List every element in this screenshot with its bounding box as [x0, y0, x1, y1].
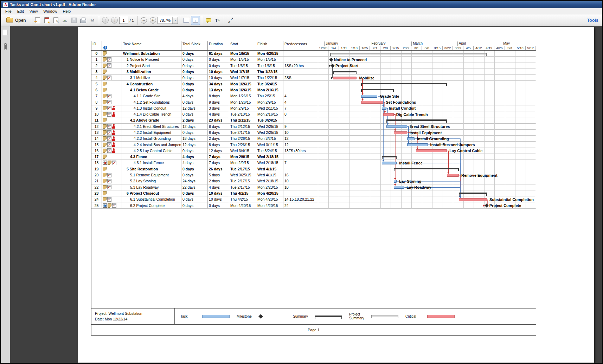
- gantt-bar-label: Notice to Proceed: [334, 57, 367, 62]
- cell-pred: 9: [283, 124, 318, 129]
- menu-window[interactable]: Window: [40, 9, 60, 14]
- cell-indicators: [102, 196, 122, 202]
- cell-duration: 0 days: [208, 202, 229, 208]
- cell-start: Thu 2/12/15: [229, 124, 256, 129]
- cell-indicators: [102, 93, 122, 99]
- gantt-bar-critical: [459, 198, 487, 201]
- cell-slack: 0 days: [181, 57, 208, 62]
- note-icon: [103, 57, 107, 61]
- comment-button[interactable]: [204, 16, 213, 25]
- attachments-paperclip-icon[interactable]: [4, 43, 7, 50]
- overallocated-resource-icon: [112, 130, 115, 135]
- note-icon: [103, 70, 107, 74]
- table-blue-icon: [103, 203, 107, 208]
- task-calendar-icon: [112, 161, 116, 165]
- create-pdf-button[interactable]: ★: [42, 16, 51, 25]
- week-tick-label: 5/10: [515, 46, 525, 50]
- cell-start: Wed 3/25/15: [229, 172, 256, 178]
- cell-slack: 0 days: [181, 202, 208, 208]
- sign-document-button[interactable]: ✎: [51, 16, 60, 25]
- legend-label: Summary: [293, 314, 315, 318]
- cell-task-name: 4.2.1 Erect Steel Structures: [122, 124, 181, 129]
- cell-slack: 4 days: [181, 160, 208, 165]
- cell-id: 12: [91, 124, 102, 129]
- cloud-upload-button[interactable]: [60, 16, 70, 25]
- gantt-bar-label: Install Grounding: [417, 136, 449, 141]
- column-header-indicators: i: [102, 41, 122, 50]
- menu-view[interactable]: View: [27, 9, 41, 14]
- cell-id: 3: [91, 69, 102, 74]
- page-number-input[interactable]: [119, 17, 128, 24]
- zoom-in-button[interactable]: +: [148, 16, 158, 25]
- fit-width-button[interactable]: ↔: [182, 16, 191, 25]
- week-tick-label: 3/29: [453, 46, 463, 50]
- print-icon: [80, 19, 86, 23]
- cloud-upload-icon: [62, 18, 69, 23]
- cell-slack: 0 days: [181, 111, 208, 117]
- next-page-button[interactable]: ↓: [110, 16, 119, 25]
- fullscreen-button[interactable]: ↗↙: [226, 16, 235, 25]
- plus-icon: +: [150, 17, 156, 24]
- cell-finish: Tue 3/24/15: [256, 117, 283, 123]
- toolbar-separator: [99, 16, 99, 25]
- print-button[interactable]: [79, 16, 88, 25]
- gantt-bar-critical: [394, 131, 407, 134]
- legend-item-project_summary: Project Summary: [349, 312, 398, 320]
- cell-pred: 7: [283, 105, 318, 111]
- cell-finish: Mon 2/16/15: [256, 87, 283, 93]
- cell-pred: 10: [283, 184, 318, 190]
- zoom-out-button[interactable]: −: [139, 16, 148, 25]
- previous-page-button[interactable]: ↑: [101, 16, 110, 25]
- cell-duration: 6 days: [208, 130, 229, 135]
- week-tick-label: 1/11: [339, 46, 349, 50]
- cell-pred: 8: [283, 111, 318, 117]
- tools-panel-button[interactable]: Tools: [587, 18, 600, 23]
- month-label: January: [324, 41, 338, 46]
- cell-indicators: [102, 160, 122, 165]
- legend-item-milestone: Milestone: [237, 314, 286, 318]
- cell-finish: Tue 3/24/15: [256, 148, 283, 154]
- note-icon: [103, 191, 107, 195]
- gantt-bar-task: [382, 162, 397, 164]
- cell-id: 17: [91, 154, 102, 160]
- save-button[interactable]: [70, 16, 79, 25]
- timeline-months-row: JanuaryFebruaryMarchAprilMay: [318, 41, 536, 46]
- send-file-button[interactable]: ↩: [33, 16, 42, 25]
- page-thumbnails-icon[interactable]: [3, 30, 7, 35]
- cell-pred: [283, 81, 318, 86]
- title-bar: A Tasks and Gantt chart v1.pdf - Adobe R…: [1, 1, 602, 8]
- menu-file[interactable]: File: [2, 9, 14, 14]
- note-icon: [103, 76, 107, 80]
- cell-id: 13: [91, 130, 102, 135]
- table-header-row: IDiTask NameTotal SlackDurationStartFini…: [91, 41, 536, 51]
- cell-duration: 0 days: [208, 63, 229, 69]
- cell-finish: Wed 3/11/15: [256, 142, 283, 147]
- menu-help[interactable]: Help: [60, 9, 73, 14]
- cell-slack: 0 days: [181, 75, 208, 80]
- week-tick-label: 4/26: [494, 46, 505, 50]
- cell-slack: 4 days: [181, 93, 208, 99]
- email-button[interactable]: ✉: [88, 16, 97, 25]
- cell-duration: 7 days: [208, 160, 229, 165]
- window-title: Tasks and Gantt chart v1.pdf - Adobe Rea…: [10, 2, 96, 7]
- task-calendar-icon: [107, 76, 111, 80]
- cell-task-name: 4.1.3 Install Conduit: [122, 105, 181, 111]
- menu-edit[interactable]: Edit: [14, 9, 27, 14]
- fit-page-button[interactable]: ↕: [191, 16, 200, 25]
- cell-start: Thu 2/12/15: [229, 117, 256, 123]
- arrow-up-icon: ↑: [102, 17, 109, 24]
- open-button[interactable]: Open: [3, 16, 29, 25]
- cell-task-name: 6 Project Closeout: [122, 190, 181, 196]
- cell-pred: 1SS+20 hrs: [283, 63, 318, 69]
- cell-duration: 10 days: [208, 69, 229, 74]
- zoom-level-control[interactable]: 78.7% ▼: [158, 17, 178, 24]
- cell-pred: 4: [283, 99, 318, 105]
- cell-start: Mon 2/9/15: [229, 154, 256, 160]
- chevron-down-icon[interactable]: ▼: [172, 17, 178, 24]
- cell-duration: 2 days: [208, 178, 229, 184]
- gantt-bar-label: Erect Steel Structures: [410, 124, 450, 129]
- cell-duration: 12 days: [208, 148, 229, 154]
- fill-sign-button[interactable]: T✎: [213, 16, 222, 25]
- cell-pred: [283, 57, 318, 62]
- gantt-bar-summary: [361, 89, 394, 90]
